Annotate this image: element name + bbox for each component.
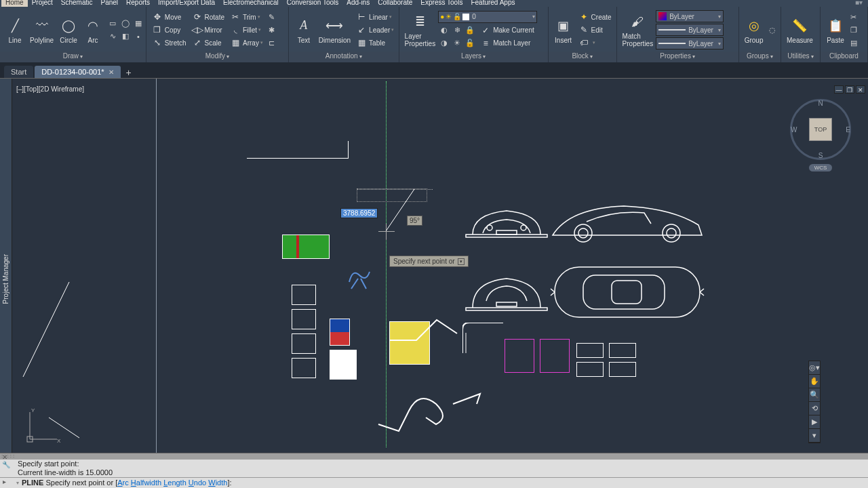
rotate-button[interactable]: ⟳Rotate: [189, 11, 227, 23]
menu-home[interactable]: Home: [1, 0, 28, 7]
layer-combo[interactable]: ● ☀ 🔓 0 ▾: [438, 11, 537, 23]
measure-button[interactable]: 📏Measure: [784, 15, 816, 45]
wcs-button[interactable]: WCS: [809, 164, 833, 171]
dynamic-distance[interactable]: 3788.6952: [340, 208, 378, 218]
menu-project[interactable]: Project: [28, 0, 57, 7]
trim-button[interactable]: ✂Trim▾: [227, 11, 266, 23]
mirror-button[interactable]: ◁▷Mirror: [189, 24, 227, 36]
viewport-controls[interactable]: [–][Top][2D Wireframe]: [16, 85, 84, 93]
ungroup-icon[interactable]: ◌: [766, 24, 778, 36]
project-manager-rail[interactable]: Project Manager: [0, 79, 12, 453]
menu-electromech[interactable]: Electromechanical: [219, 0, 283, 7]
drawing-viewport[interactable]: [–][Top][2D Wireframe] — ❐ ✕ N S E W TOP…: [12, 79, 868, 453]
point-icon[interactable]: •: [132, 30, 144, 43]
dimension-button[interactable]: ⟷Dimension: [316, 15, 353, 45]
region-icon[interactable]: ◧: [119, 30, 132, 43]
close-viewport-icon[interactable]: ✕: [856, 85, 865, 94]
new-tab-button[interactable]: +: [122, 67, 136, 78]
insert-button[interactable]: ▣Insert: [551, 15, 576, 45]
layer-thaw-icon[interactable]: ☀: [451, 37, 463, 49]
menu-addins[interactable]: Add-ins: [342, 0, 374, 7]
cmd-close-icon[interactable]: ✕: [2, 453, 10, 461]
rect-icon[interactable]: ▭: [106, 18, 119, 30]
paste-special-icon[interactable]: ▤: [848, 37, 860, 49]
table-button[interactable]: ▦Table: [353, 37, 397, 49]
stretch-icon: ⤡: [152, 37, 163, 48]
cmd-wrench-icon[interactable]: 🔧: [2, 461, 10, 468]
layer-properties-icon: ≣: [410, 12, 429, 31]
nav-bar[interactable]: ◎▾ ✋ 🔍 ⟲ ▶ ▾: [808, 361, 821, 443]
layer-unlock-icon[interactable]: 🔓: [464, 37, 476, 49]
layer-freeze-icon[interactable]: ❄: [451, 24, 463, 37]
lineweight-combo[interactable]: ByLayer▾: [656, 37, 724, 49]
copy-clip-icon[interactable]: ❐: [848, 24, 860, 36]
menubar: Home Project Schematic Panel Reports Imp…: [0, 0, 868, 7]
close-icon[interactable]: ✕: [108, 68, 114, 76]
menu-collaborate[interactable]: Collaborate: [374, 0, 416, 7]
color-combo[interactable]: ByLayer▾: [656, 10, 724, 22]
menu-schematic[interactable]: Schematic: [57, 0, 97, 7]
scale-button[interactable]: ⤢Scale: [189, 37, 227, 49]
menu-panel[interactable]: Panel: [97, 0, 123, 7]
menu-express[interactable]: Express Tools: [416, 0, 467, 7]
offset-icon[interactable]: ⊏: [266, 37, 278, 49]
hatch-icon[interactable]: ▦: [132, 18, 144, 30]
linear-button[interactable]: ⊢Linear▾: [353, 11, 397, 23]
tab-document[interactable]: DD-01234-00-001*✕: [35, 66, 120, 78]
panel-layers: ≣Layer Properties ● ☀ 🔓 0 ▾ ◐ ❄ 🔒 ◑: [399, 7, 549, 62]
menu-reports[interactable]: Reports: [122, 0, 154, 7]
steering-wheel-icon[interactable]: ◎▾: [809, 361, 820, 375]
edit-block-button[interactable]: ✎Edit: [576, 24, 614, 36]
minimize-icon[interactable]: —: [834, 85, 844, 94]
move-button[interactable]: ✥Move: [149, 11, 189, 23]
svg-rect-18: [555, 267, 700, 317]
stretch-button[interactable]: ⤡Stretch: [149, 37, 189, 49]
menu-conversion[interactable]: Conversion Tools: [283, 0, 343, 7]
polyline-icon: 〰: [33, 16, 52, 35]
orbit-icon[interactable]: ⟲: [809, 402, 820, 415]
paste-button[interactable]: 📋Paste: [823, 15, 848, 45]
ellipse-icon[interactable]: ◯: [119, 18, 132, 30]
linetype-combo[interactable]: ByLayer▾: [656, 24, 724, 36]
doc-tabs: Start DD-01234-00-001*✕ +: [0, 62, 868, 79]
layer-off-icon[interactable]: ◐: [438, 24, 450, 37]
text-button[interactable]: AText: [292, 15, 316, 45]
array-icon: ▦: [230, 37, 241, 48]
block-attrs-button[interactable]: 🏷▾: [576, 37, 614, 49]
arc-button[interactable]: ◠Arc: [81, 15, 105, 45]
command-line[interactable]: ▸▾ PLINE Specify next point or [Arc Half…: [0, 477, 868, 488]
menu-help-icon[interactable]: ■▾: [851, 0, 867, 7]
spline-icon[interactable]: ∿: [106, 30, 119, 43]
viewcube[interactable]: N S E W TOP WCS: [787, 99, 854, 174]
match-layer-button[interactable]: ≡Match Layer: [477, 37, 537, 49]
leader-button[interactable]: ↙Leader▾: [353, 24, 397, 36]
menu-import-export[interactable]: Import/Export Data: [154, 0, 219, 7]
showmotion-icon[interactable]: ▶: [809, 415, 820, 429]
match-properties-button[interactable]: 🖌Match Properties: [620, 11, 656, 49]
polyline-button[interactable]: 〰Polyline: [27, 15, 56, 45]
make-current-button[interactable]: ✓Make Current: [477, 24, 537, 37]
copy-button[interactable]: ❐Copy: [149, 24, 189, 36]
viewcube-face[interactable]: TOP: [809, 118, 832, 141]
fillet-button[interactable]: ◟Fillet▾: [227, 24, 266, 36]
bulb-icon: ●: [440, 13, 444, 20]
circle-button[interactable]: ◯Circle: [56, 15, 81, 45]
explode-icon[interactable]: ✱: [266, 24, 278, 36]
nav-expand-icon[interactable]: ▾: [809, 429, 820, 443]
zoom-icon[interactable]: 🔍: [809, 388, 820, 402]
cut-icon[interactable]: ✂: [848, 11, 860, 23]
tab-start[interactable]: Start: [4, 66, 33, 78]
menu-featured[interactable]: Featured Apps: [467, 0, 519, 7]
group-button[interactable]: ◎Group: [742, 15, 766, 45]
create-block-button[interactable]: ✦Create: [576, 11, 614, 23]
layer-properties-button[interactable]: ≣Layer Properties: [402, 11, 439, 49]
maximize-icon[interactable]: ❐: [845, 85, 854, 94]
prompt-options-icon[interactable]: ▾: [458, 258, 465, 265]
erase-icon[interactable]: ✎: [266, 11, 278, 23]
array-button[interactable]: ▦Array▾: [227, 37, 266, 49]
layer-iso-icon[interactable]: ◑: [438, 37, 450, 49]
svg-point-12: [574, 224, 592, 242]
pan-icon[interactable]: ✋: [809, 375, 820, 388]
layer-lock-icon[interactable]: 🔒: [464, 24, 476, 37]
line-button[interactable]: ╱Line: [3, 15, 27, 45]
